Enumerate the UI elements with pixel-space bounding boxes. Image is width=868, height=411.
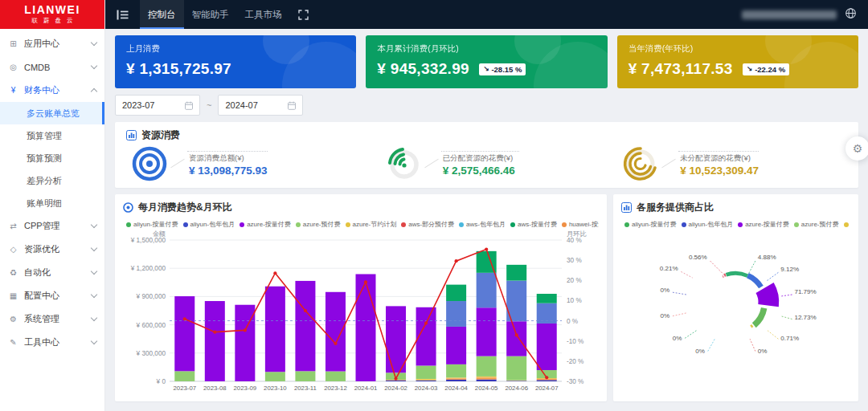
- kpi-card-last-month: 上月消费 ¥ 1,315,725.97: [115, 35, 356, 88]
- pie-slice-label: 0%: [673, 335, 682, 342]
- legend-dot: [296, 222, 301, 227]
- bar-segment-aws-包年包月: [446, 301, 466, 327]
- sidebar-item-automation[interactable]: ♻自动化: [0, 261, 104, 284]
- start-month-picker[interactable]: 2023-07: [115, 95, 200, 116]
- sidebar-subitem[interactable]: 账单明细: [0, 192, 104, 214]
- bar-segment-azure-节约计划: [416, 379, 436, 380]
- username-redacted[interactable]: [742, 10, 837, 19]
- bar-segment-aliyun-包年包月: [477, 380, 497, 381]
- sidebar-item-label: 系统管理: [24, 313, 92, 325]
- legend-item[interactable]: huawei-按量付费: [562, 220, 599, 229]
- sidebar-item-app-center[interactable]: ⊞应用中心: [0, 32, 104, 55]
- pie-slice-label: 0.71%: [780, 335, 799, 342]
- resource-consumption-panel: 资源消费 资源消费总额(¥) ¥ 13,098,775.93: [115, 122, 858, 188]
- legend-item[interactable]: azure-预付费: [296, 220, 341, 229]
- sidebar-item-label: 财务中心: [24, 84, 92, 96]
- legend-item[interactable]: azure-按量付费: [738, 220, 789, 229]
- kpi-value: ¥ 1,315,725.97: [126, 60, 231, 78]
- legend-dot: [738, 222, 743, 227]
- sidebar-item-cpp[interactable]: ⇄CPP管理: [0, 214, 104, 238]
- bar-chart-icon: [126, 130, 137, 140]
- kpi-label: 本月累计消费(月环比): [377, 43, 596, 55]
- sidebar-subitem[interactable]: 多云账单总览: [0, 102, 104, 124]
- legend-item[interactable]: aws-包年包月: [459, 220, 506, 229]
- brand-logo[interactable]: LIANWEI 联蔚盘云: [0, 0, 104, 29]
- kpi-label: 当年消费(年环比): [628, 43, 847, 55]
- bar-segment-aliyun-包年包月: [416, 380, 436, 381]
- bar-segment-azure-按量付费: [537, 324, 557, 370]
- legend-item[interactable]: aliyun-包年包月: [183, 220, 235, 229]
- legend-item[interactable]: azure-预付费: [794, 220, 839, 229]
- fullscreen-glyph: [298, 10, 309, 20]
- label-leader-line: [685, 331, 696, 339]
- fullscreen-icon[interactable]: [298, 10, 309, 20]
- sidebar-item-resource-opt[interactable]: ◇资源优化: [0, 238, 104, 261]
- legend-item[interactable]: az: [844, 221, 850, 228]
- sidebar-item-tool-center[interactable]: ✎工具中心: [0, 331, 104, 354]
- sidebar-subitem[interactable]: 预算预测: [0, 147, 104, 169]
- legend-item[interactable]: aliyun-按量付费: [126, 220, 178, 229]
- bar-segment-azure-按量付费: [326, 292, 346, 372]
- kpi-label: 上月消费: [126, 43, 345, 55]
- chevron-down-icon: [91, 222, 97, 228]
- x-axis-tick-label: 2023-11: [294, 385, 317, 392]
- sidebar-item-label: 工具中心: [24, 336, 92, 348]
- legend-item[interactable]: aliyun-包年包月: [682, 220, 734, 229]
- label-leader-line: [681, 271, 692, 278]
- kpi-value: ¥ 945,332.99: [377, 60, 469, 78]
- nav-tab-2[interactable]: 工具市场: [237, 0, 290, 29]
- bar-chart-icon: [621, 202, 632, 213]
- kpi-card-month-to-date: 本月累计消费(月环比) ¥ 945,332.99 ↘ -28.15 %: [366, 35, 607, 88]
- sidebar-item-system[interactable]: ⚙系统管理: [0, 307, 104, 331]
- right-axis-title: 月环比: [567, 230, 587, 238]
- bar-segment-huawei-按量付费: [446, 378, 466, 380]
- bar-segment-aws-按量付费: [446, 285, 466, 301]
- x-axis-tick-label: 2024-07: [535, 385, 559, 392]
- date-range-row: 2023-07 ~ 2024-07: [115, 95, 858, 116]
- metric-total-spend: 资源消费总额(¥) ¥ 13,098,775.93: [131, 145, 348, 182]
- sidebar: LIANWEI 联蔚盘云 ⊞应用中心◎CMDB¥财务中心多云账单总览预算管理预算…: [0, 0, 105, 411]
- bar-segment-aliyun-包年包月: [537, 380, 557, 381]
- bar-segment-azure-按量付费: [506, 321, 526, 356]
- x-axis-tick-label: 2024-03: [415, 385, 438, 392]
- sidebar-item-config-center[interactable]: ▦配置中心: [0, 284, 104, 307]
- nav-tab-1[interactable]: 智能助手: [184, 0, 237, 29]
- bar-segment-aliyun-包年包月: [506, 380, 526, 381]
- legend-item[interactable]: azure-节约计划: [346, 220, 397, 229]
- y-axis-tick-label: ¥ 300,000: [136, 350, 166, 357]
- language-globe-icon[interactable]: [845, 7, 857, 22]
- sidebar-item-finance[interactable]: ¥财务中心: [0, 79, 104, 102]
- provider-donut-svg[interactable]: 0.56%4.88%9.12%71.79%12.73%0.71%0%0%0%0%…: [621, 230, 851, 376]
- y-axis-tick-label: ¥ 600,000: [136, 322, 166, 329]
- provider-legend-items: aliyun-按量付费aliyun-包年包月azure-按量付费azure-预付…: [624, 220, 850, 229]
- mom-line-marker: [515, 333, 518, 336]
- right-axis-tick-label: 30 %: [567, 257, 582, 264]
- legend-item[interactable]: aws-按量付费: [510, 220, 557, 229]
- end-month-picker[interactable]: 2024-07: [218, 95, 303, 116]
- settings-gear-button[interactable]: ⚙: [845, 136, 868, 161]
- x-axis-tick-label: 2023-08: [203, 385, 227, 392]
- sidebar-subitem[interactable]: 预算管理: [0, 124, 104, 147]
- y-axis-tick-label: ¥ 900,000: [136, 293, 166, 300]
- collapse-sidebar-icon[interactable]: [117, 10, 129, 20]
- pie-slice-4.88%: [727, 273, 748, 275]
- x-axis-tick-label: 2024-04: [444, 385, 468, 392]
- pie-slice-label: 9.12%: [780, 266, 799, 273]
- bar-segment-azure-预付费: [506, 356, 526, 380]
- bar-segment-azure-预付费: [174, 371, 194, 381]
- legend-item[interactable]: azure-按量付费: [240, 220, 291, 229]
- trend-chart-svg[interactable]: ¥ 0¥ 300,000¥ 600,000¥ 900,000¥ 1,200,00…: [123, 230, 599, 397]
- nav-right: [742, 7, 857, 22]
- metric-label: 已分配资源的花费(¥): [441, 151, 520, 165]
- mom-line-marker: [213, 331, 216, 334]
- sidebar-item-cmdb[interactable]: ◎CMDB: [0, 55, 104, 79]
- legend-item[interactable]: aliyun-按量付费: [624, 220, 677, 229]
- metric-value: ¥ 10,523,309.47: [678, 165, 759, 177]
- nav-tab-0[interactable]: 控制台: [140, 0, 184, 29]
- kpi-value: ¥ 7,473,117.53: [628, 60, 733, 78]
- label-leader-line: [781, 295, 792, 296]
- bar-segment-azure-预付费: [446, 364, 466, 377]
- pie-slice-label: 0.21%: [660, 265, 678, 272]
- sidebar-subitem[interactable]: 差异分析: [0, 169, 104, 192]
- legend-item[interactable]: aws-部分预付费: [401, 220, 454, 229]
